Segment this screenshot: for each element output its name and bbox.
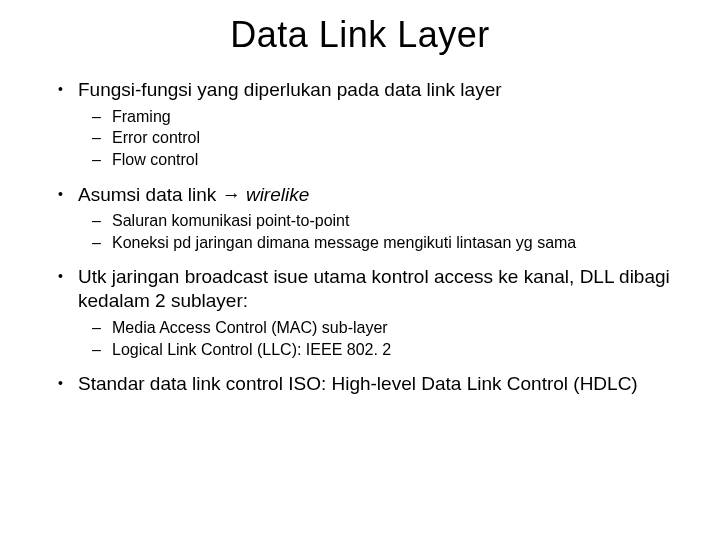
sub-list: Media Access Control (MAC) sub-layer Log… [78,317,670,360]
bullet-text-prefix: Asumsi data link [78,184,222,205]
sub-item: Logical Link Control (LLC): IEEE 802. 2 [78,339,670,361]
sub-item: Flow control [78,149,670,171]
bullet-item: Asumsi data link → wirelike Saluran komu… [50,183,670,254]
bullet-text: Standar data link control ISO: High-leve… [78,372,670,396]
sub-item: Media Access Control (MAC) sub-layer [78,317,670,339]
sub-item: Framing [78,106,670,128]
sub-item: Koneksi pd jaringan dimana message mengi… [78,232,670,254]
sub-item: Error control [78,127,670,149]
sub-item: Saluran komunikasi point-to-point [78,210,670,232]
sub-list: Saluran komunikasi point-to-point Koneks… [78,210,670,253]
bullet-item: Utk jaringan broadcast isue utama kontro… [50,265,670,360]
bullet-text-italic: wirelike [241,184,310,205]
bullet-text: Asumsi data link → wirelike [78,183,670,207]
slide: Data Link Layer Fungsi-fungsi yang diper… [0,0,720,428]
bullet-item: Fungsi-fungsi yang diperlukan pada data … [50,78,670,171]
bullet-text: Utk jaringan broadcast isue utama kontro… [78,265,670,313]
sub-list: Framing Error control Flow control [78,106,670,171]
slide-title: Data Link Layer [50,14,670,56]
bullet-text: Fungsi-fungsi yang diperlukan pada data … [78,78,670,102]
arrow-icon: → [222,184,241,205]
bullet-item: Standar data link control ISO: High-leve… [50,372,670,396]
bullet-list: Fungsi-fungsi yang diperlukan pada data … [50,78,670,396]
